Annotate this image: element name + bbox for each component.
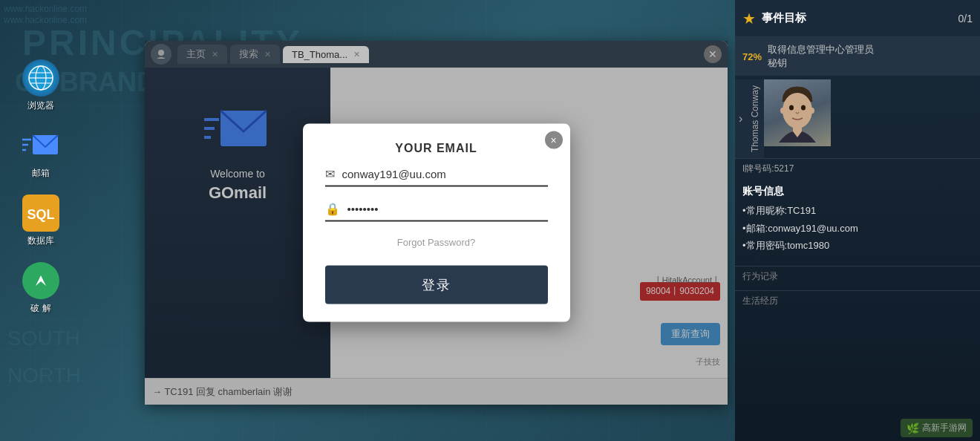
account-email: •邮箱:conway191@uu.com — [742, 222, 973, 235]
right-panel: ★ 事件目标 0/1 72% 取得信息管理中心管理员秘钥 › Thomas Co… — [735, 0, 980, 441]
hack-icon[interactable]: 破 解 — [15, 262, 67, 315]
forgot-password-link[interactable]: Forgot Password? — [325, 237, 548, 248]
login-button[interactable]: 登录 — [325, 266, 548, 304]
event-description: 72% 取得信息管理中心管理员秘钥 — [735, 37, 980, 76]
brand-name: 高新手游网 — [922, 422, 967, 434]
brand-container: 🌿 高新手游网 — [901, 419, 973, 437]
bg-text-3: SOUTH — [7, 327, 80, 350]
database-label: 数据库 — [27, 235, 54, 247]
section-behavior: 行为记录 — [735, 266, 980, 287]
char-arrow[interactable]: › — [735, 79, 746, 158]
password-input-group: 🔒 — [325, 202, 548, 222]
hack-label: 破 解 — [30, 302, 50, 315]
watermark-1: www.hackonline.com — [4, 4, 87, 14]
svg-point-22 — [780, 108, 785, 114]
modal-container: × YOUR EMAIL ✉ 🔒 Forgot Password? 登录 — [145, 41, 728, 405]
char-portrait-inner — [764, 79, 831, 146]
mail-desktop-icon[interactable]: 邮箱 — [15, 127, 67, 180]
mail-icon-img — [22, 127, 59, 164]
modal-header: YOUR EMAIL — [303, 124, 570, 167]
modal-title: YOUR EMAIL — [325, 142, 548, 155]
id-number: I牌号码:5217 — [735, 159, 980, 179]
browser-label: 浏览器 — [27, 99, 54, 112]
svg-point-19 — [789, 105, 794, 111]
bg-text-4: NORTH — [7, 364, 81, 388]
mail-label: 邮箱 — [32, 167, 50, 180]
account-nickname: •常用昵称:TC191 — [742, 204, 973, 218]
portrait-svg — [768, 79, 827, 146]
section-life: 生活经历 — [735, 290, 980, 311]
account-info-title: 账号信息 — [742, 185, 973, 198]
event-bar: ★ 事件目标 0/1 — [735, 0, 980, 37]
char-name: Thomas Conway — [746, 79, 764, 158]
email-input[interactable] — [342, 168, 548, 180]
event-title: 事件目标 — [762, 11, 806, 25]
svg-point-23 — [810, 108, 814, 114]
event-progress: 0/1 — [958, 13, 973, 24]
brand-leaf-icon: 🌿 — [906, 422, 919, 434]
db-icon-img: SQL — [22, 195, 59, 232]
desktop-icons: 浏览器 邮箱 SQL 数据库 — [15, 59, 67, 315]
email-input-group: ✉ — [325, 167, 548, 187]
hack-icon-img — [22, 262, 59, 299]
email-icon: ✉ — [325, 167, 335, 181]
svg-point-20 — [801, 105, 806, 111]
lock-icon: 🔒 — [325, 202, 340, 216]
login-modal: × YOUR EMAIL ✉ 🔒 Forgot Password? 登录 — [303, 124, 570, 322]
modal-close-button[interactable]: × — [545, 131, 563, 149]
modal-body: ✉ 🔒 Forgot Password? 登录 — [303, 167, 570, 322]
database-icon[interactable]: SQL 数据库 — [15, 195, 67, 247]
account-password: •常用密码:tomc1980 — [742, 239, 973, 252]
svg-text:SQL: SQL — [27, 207, 54, 222]
char-card: › Thomas Conway — [735, 79, 980, 159]
char-portrait — [764, 79, 831, 146]
browser-icon-img — [22, 59, 59, 97]
account-info: 账号信息 •常用昵称:TC191 •邮箱:conway191@uu.com •常… — [735, 179, 980, 262]
bottom-brand: 🌿 高新手游网 — [901, 419, 973, 437]
svg-point-18 — [783, 93, 812, 128]
star-icon: ★ — [742, 10, 756, 27]
browser-icon[interactable]: 浏览器 — [15, 59, 67, 112]
event-percent: 72% — [742, 51, 762, 62]
password-input[interactable] — [347, 203, 548, 215]
watermark-2: www.hackonline.com — [4, 15, 87, 25]
event-desc-text: 取得信息管理中心管理员秘钥 — [768, 43, 874, 70]
